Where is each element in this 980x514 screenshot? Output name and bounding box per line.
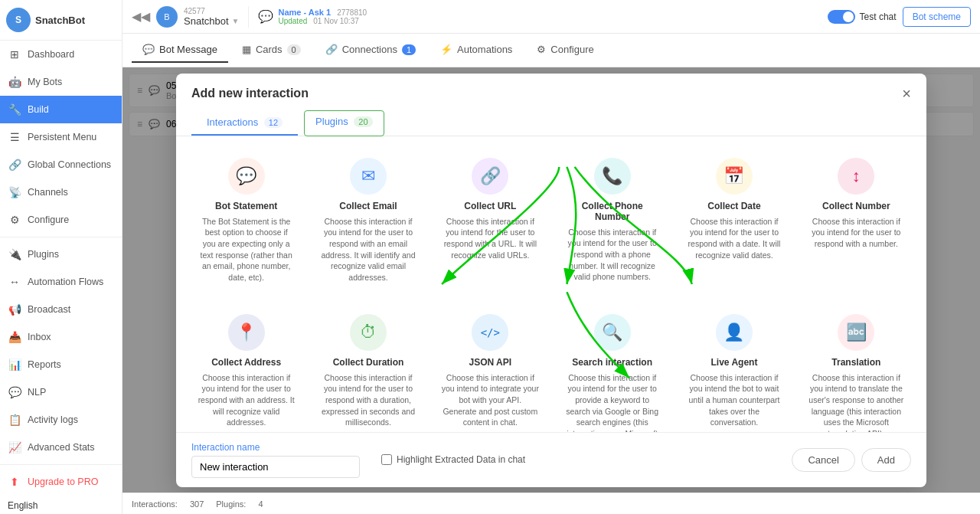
interaction-card-collect-email[interactable]: ✉ Collect Email Choose this interaction … <box>313 149 423 293</box>
sidebar-item-reports[interactable]: 📊 Reports <box>0 351 122 378</box>
interactions-tab-badge: 12 <box>264 117 283 128</box>
live-agent-desc: Choose this interaction if you intend th… <box>685 372 782 428</box>
sidebar-label-inbox: Inbox <box>28 332 51 342</box>
bot-name: Snatchbot ▼ <box>184 15 239 27</box>
tab-connections[interactable]: 🔗 Connections 1 <box>315 38 426 63</box>
add-button[interactable]: Add <box>861 448 911 472</box>
bot-avatar: B <box>156 6 178 28</box>
json-api-name: JSON API <box>469 357 512 368</box>
collect-url-name: Collect URL <box>464 201 516 211</box>
collect-url-desc: Choose this interaction if you intend fo… <box>442 216 539 261</box>
interactions-tab-label: Interactions <box>207 116 258 128</box>
interactions-count: 307 <box>190 499 204 509</box>
highlight-label: Highlight Extracted Data in chat <box>397 454 525 465</box>
interaction-card-search[interactable]: 🔍 Search interaction Choose this interac… <box>557 305 667 432</box>
cards-badge: 0 <box>287 44 301 55</box>
interaction-card-collect-phone[interactable]: 📞 Collect Phone Number Choose this inter… <box>557 149 667 293</box>
collect-number-desc: Choose this interaction if you intend fo… <box>808 216 905 250</box>
interaction-card-bot-statement[interactable]: 💬 Bot Statement The Bot Statement is the… <box>191 149 301 293</box>
my-bots-icon: 🤖 <box>8 75 21 89</box>
sidebar-label-reports: Reports <box>28 359 61 370</box>
interaction-card-collect-number[interactable]: ↕ Collect Number Choose this interaction… <box>802 149 911 293</box>
plugins-label: Plugins: <box>216 499 246 509</box>
modal-close-button[interactable]: × <box>902 86 911 101</box>
collect-phone-name: Collect Phone Number <box>564 201 661 222</box>
dashboard-icon: ⊞ <box>8 47 21 61</box>
language-row[interactable]: English <box>0 496 122 514</box>
bot-name-chevron[interactable]: ▼ <box>232 17 240 25</box>
cancel-button[interactable]: Cancel <box>792 448 854 472</box>
sidebar-item-broadcast[interactable]: 📢 Broadcast <box>0 296 122 323</box>
sidebar-item-nlp[interactable]: 💬 NLP <box>0 378 122 406</box>
test-chat-toggle[interactable] <box>828 10 855 24</box>
broadcast-icon: 📢 <box>8 303 21 316</box>
channels-icon: 📡 <box>8 185 21 199</box>
collapse-icon[interactable]: ◀◀ <box>132 9 150 24</box>
sidebar-label-persistent-menu: Persistent Menu <box>28 132 96 142</box>
status-bar: Interactions: 307 Plugins: 4 <box>122 493 980 514</box>
modal-tab-plugins[interactable]: Plugins 20 <box>304 110 384 136</box>
connections-badge: 1 <box>402 44 416 55</box>
upgrade-icon: ⬆ <box>8 475 21 489</box>
interaction-name-label: Interaction name <box>191 442 360 453</box>
automation-flows-icon: ↔ <box>8 275 21 289</box>
sidebar-label-build: Build <box>28 104 49 115</box>
modal-body: 💬 Bot Statement The Bot Statement is the… <box>176 136 926 432</box>
sidebar-item-dashboard[interactable]: ⊞ Dashboard <box>0 41 122 68</box>
json-api-icon: </> <box>472 314 508 351</box>
collect-email-desc: Choose this interaction if you intend fo… <box>319 216 416 283</box>
interaction-card-live-agent[interactable]: 👤 Live Agent Choose this interaction if … <box>679 305 789 432</box>
sidebar-item-advanced-stats[interactable]: 📈 Advanced Stats <box>0 434 122 461</box>
modal-overlay[interactable]: Add new interaction × Interactions 12 Pl… <box>122 67 980 493</box>
advanced-stats-icon: 📈 <box>8 440 21 454</box>
bot-statement-name: Bot Statement <box>215 201 277 211</box>
sidebar-item-my-bots[interactable]: 🤖 My Bots <box>0 68 122 96</box>
interaction-card-collect-address[interactable]: 📍 Collect Address Choose this interactio… <box>191 305 301 432</box>
sidebar-item-plugins[interactable]: 🔌 Plugins <box>0 241 122 268</box>
sidebar-item-activity-logs[interactable]: 📋 Activity logs <box>0 406 122 434</box>
interaction-card-json-api[interactable]: </> JSON API Choose this interaction if … <box>436 305 545 432</box>
modal-tab-interactions[interactable]: Interactions 12 <box>191 110 298 136</box>
tab-bot-message[interactable]: 💬 Bot Message <box>132 38 228 63</box>
interaction-card-collect-date[interactable]: 📅 Collect Date Choose this interaction i… <box>679 149 789 293</box>
sidebar-item-inbox[interactable]: 📥 Inbox <box>0 323 122 351</box>
sidebar-label-broadcast: Broadcast <box>28 304 70 315</box>
msg-id: 2778810 <box>337 8 367 17</box>
sidebar-item-build[interactable]: 🔧 Build <box>0 96 122 123</box>
interaction-card-collect-duration[interactable]: ⏱ Collect Duration Choose this interacti… <box>313 305 423 432</box>
interaction-card-collect-url[interactable]: 🔗 Collect URL Choose this interaction if… <box>436 149 545 293</box>
interaction-name-input[interactable] <box>191 456 360 478</box>
collect-url-icon: 🔗 <box>472 158 508 195</box>
configure-tab-icon: ⚙ <box>537 44 546 55</box>
collect-number-name: Collect Number <box>822 201 890 211</box>
sidebar-label-dashboard: Dashboard <box>28 49 74 60</box>
collect-duration-desc: Choose this interaction if you intend fo… <box>319 372 416 428</box>
msg-info: Name - Ask 1 2778810 Updated 01 Nov 10:3… <box>278 8 367 25</box>
plugins-icon: 🔌 <box>8 247 21 261</box>
collect-address-icon: 📍 <box>228 314 265 351</box>
tab-configure[interactable]: ⚙ Configure <box>526 38 604 63</box>
collect-address-name: Collect Address <box>211 357 281 368</box>
sidebar-item-persistent-menu[interactable]: ☰ Persistent Menu <box>0 123 122 151</box>
collect-date-name: Collect Date <box>707 201 760 211</box>
tab-automations[interactable]: ⚡ Automations <box>430 38 523 63</box>
live-agent-name: Live Agent <box>711 357 758 368</box>
msg-name: Name - Ask 1 <box>278 8 331 17</box>
inbox-icon: 📥 <box>8 330 21 344</box>
automations-icon: ⚡ <box>440 44 452 55</box>
sidebar-item-channels[interactable]: 📡 Channels <box>0 178 122 206</box>
sidebar-item-global-connections[interactable]: 🔗 Global Connections <box>0 151 122 178</box>
interactions-label: Interactions: <box>132 499 178 509</box>
sidebar-label-activity-logs: Activity logs <box>28 414 78 425</box>
tab-cards[interactable]: ▦ Cards 0 <box>231 38 312 63</box>
sidebar-item-upgrade[interactable]: ⬆ Upgrade to PRO <box>0 468 122 496</box>
sidebar-item-configure[interactable]: ⚙ Configure <box>0 206 122 234</box>
sidebar-item-automation-flows[interactable]: ↔ Automation Flows <box>0 268 122 296</box>
footer-buttons: Cancel Add <box>792 448 911 472</box>
interaction-card-translation[interactable]: 🔤 Translation Choose this interaction if… <box>802 305 911 432</box>
activity-logs-icon: 📋 <box>8 413 21 427</box>
highlight-checkbox[interactable] <box>381 454 392 465</box>
top-bar-left: ◀◀ B 42577 Snatchbot ▼ <box>132 6 249 28</box>
bot-scheme-button[interactable]: Bot scheme <box>903 7 971 27</box>
modal-tabs: Interactions 12 Plugins 20 <box>176 101 926 136</box>
